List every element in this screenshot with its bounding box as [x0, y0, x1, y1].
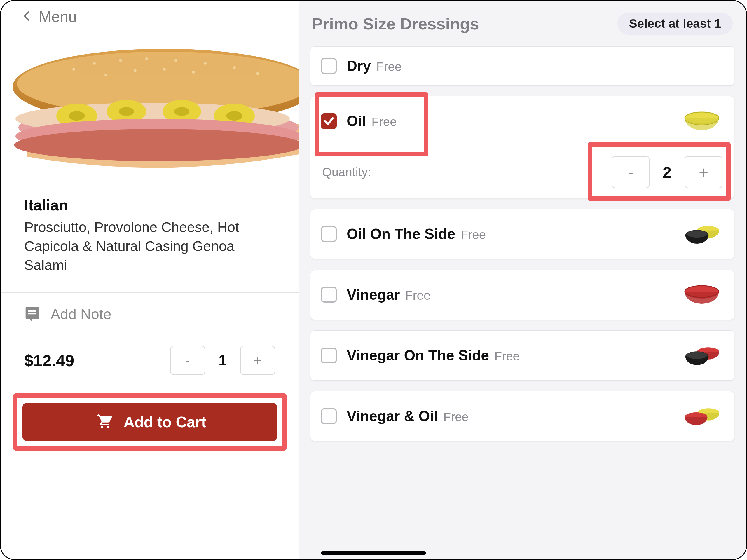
chevron-left-icon: [21, 8, 33, 25]
svg-point-4: [119, 59, 122, 62]
add-note-button[interactable]: Add Note: [1, 293, 299, 336]
add-to-cart-highlight: Add to Cart: [12, 393, 287, 451]
svg-point-25: [14, 129, 299, 161]
price-row: $12.49 - 1 +: [1, 336, 299, 384]
checkbox-unchecked-icon[interactable]: [321, 348, 337, 363]
vinegar-bowl-icon: [680, 279, 724, 311]
option-label: Vinegar: [347, 286, 400, 303]
option-label: Vinegar On The Side: [347, 347, 489, 364]
svg-point-27: [107, 426, 109, 428]
svg-point-2: [72, 68, 75, 71]
svg-point-12: [163, 68, 166, 71]
product-image: [1, 28, 299, 186]
option-price: Free: [461, 228, 486, 241]
add-to-cart-button[interactable]: Add to Cart: [23, 403, 277, 441]
product-title: Italian: [1, 186, 299, 218]
option-vinegar[interactable]: Vinegar Free: [310, 270, 735, 320]
svg-point-33: [687, 231, 707, 237]
checkbox-unchecked-icon[interactable]: [321, 287, 337, 303]
svg-point-9: [256, 72, 259, 75]
home-indicator: [321, 551, 426, 555]
price: $12.49: [24, 351, 74, 370]
cart-icon: [93, 411, 113, 433]
svg-point-38: [687, 352, 707, 359]
add-to-cart-label: Add to Cart: [123, 413, 206, 431]
svg-point-5: [145, 57, 148, 60]
option-quantity-value: 2: [649, 163, 685, 181]
svg-point-10: [104, 74, 107, 76]
note-icon: [24, 306, 41, 323]
option-vinegar-and-oil[interactable]: Vinegar & Oil Free: [310, 391, 735, 441]
vinegar-and-oil-bowls-icon: [680, 400, 724, 432]
back-label: Menu: [39, 8, 77, 25]
add-note-label: Add Note: [50, 306, 111, 323]
svg-point-26: [101, 426, 103, 428]
svg-point-3: [93, 62, 96, 65]
quantity-stepper: - 1 +: [170, 346, 275, 375]
quantity-decrease-button[interactable]: -: [170, 346, 205, 375]
option-quantity-decrease-button[interactable]: -: [612, 156, 649, 188]
left-panel: Menu: [1, 1, 299, 559]
option-price: Free: [405, 288, 430, 302]
option-price: Free: [495, 349, 520, 363]
svg-point-6: [175, 59, 177, 62]
option-oil-on-the-side[interactable]: Oil On The Side Free: [310, 209, 735, 259]
option-quantity-stepper: - 2 +: [612, 156, 722, 188]
checkbox-unchecked-icon[interactable]: [321, 226, 337, 242]
svg-point-13: [192, 71, 195, 74]
section-header: Primo Size Dressings Select at least 1: [299, 1, 746, 46]
checkbox-unchecked-icon[interactable]: [321, 408, 337, 424]
svg-point-21: [119, 107, 134, 116]
svg-point-11: [134, 69, 136, 72]
option-label: Vinegar & Oil: [347, 408, 438, 424]
option-oil[interactable]: Oil Free Quantity: - 2 +: [310, 96, 735, 199]
product-description: Prosciutto, Provolone Cheese, Hot Capico…: [1, 218, 299, 292]
option-dry[interactable]: Dry Free: [310, 46, 735, 85]
checkbox-unchecked-icon[interactable]: [321, 58, 337, 74]
svg-point-7: [204, 62, 207, 65]
option-quantity-label: Quantity:: [322, 165, 371, 179]
requirement-pill: Select at least 1: [617, 12, 733, 35]
option-quantity-increase-button[interactable]: +: [685, 156, 722, 188]
oil-cup-icon: [680, 218, 724, 250]
back-button[interactable]: Menu: [1, 1, 299, 28]
oil-bowl-icon: [680, 105, 724, 137]
vinegar-cup-icon: [680, 339, 724, 372]
option-label: Oil: [347, 113, 366, 129]
options-list: Dry Free Oil Free: [299, 46, 746, 453]
option-price: Free: [371, 115, 396, 129]
option-vinegar-on-the-side[interactable]: Vinegar On The Side Free: [310, 330, 735, 381]
checkbox-checked-icon[interactable]: [321, 113, 337, 129]
option-price: Free: [443, 410, 469, 424]
option-label: Dry: [347, 58, 371, 74]
svg-point-20: [69, 111, 85, 121]
quantity-value: 1: [205, 352, 240, 369]
app-frame: Menu: [0, 0, 747, 560]
right-panel: Primo Size Dressings Select at least 1 D…: [299, 1, 746, 559]
svg-point-22: [174, 107, 189, 116]
quantity-increase-button[interactable]: +: [240, 346, 275, 375]
svg-point-8: [233, 66, 236, 69]
section-title: Primo Size Dressings: [312, 14, 479, 33]
option-price: Free: [377, 60, 402, 74]
option-label: Oil On The Side: [347, 226, 455, 242]
option-quantity-row: Quantity: - 2 +: [310, 146, 734, 198]
svg-point-23: [226, 111, 242, 121]
